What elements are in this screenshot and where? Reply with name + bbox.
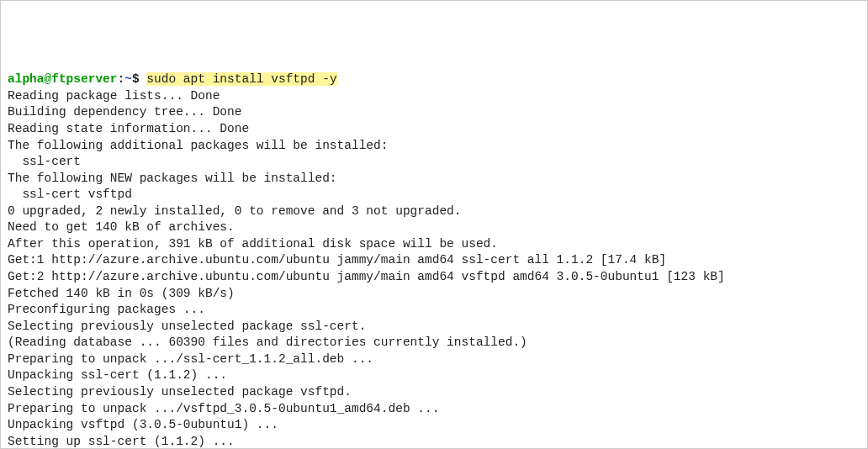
prompt-user-host: alpha@ftpserver [8,72,118,86]
output-line: The following NEW packages will be insta… [8,171,860,188]
output-line: Unpacking vsftpd (3.0.5-0ubuntu1) ... [8,417,860,434]
output-line: The following additional packages will b… [8,138,860,155]
output-line: After this operation, 391 kB of addition… [8,236,860,253]
output-line: Get:2 http://azure.archive.ubuntu.com/ub… [8,269,860,286]
output-line: (Reading database ... 60390 files and di… [8,335,860,351]
output-line: Need to get 140 kB of archives. [8,219,860,236]
output-line: 0 upgraded, 2 newly installed, 0 to remo… [8,203,860,220]
output-line: Reading state information... Done [8,121,860,138]
prompt-path: ~ [124,72,132,86]
output-line: Selecting previously unselected package … [8,319,860,335]
output-line: ssl-cert [8,154,860,171]
prompt-dollar: $ [132,72,140,86]
output-line: Building dependency tree... Done [8,104,860,121]
output-line: Selecting previously unselected package … [8,384,860,401]
output-line: Fetched 140 kB in 0s (309 kB/s) [8,286,860,303]
prompt-line[interactable]: alpha@ftpserver:~$ sudo apt install vsft… [8,71,860,88]
output-line: Reading package lists... Done [8,88,860,105]
prompt-separator: : [118,72,125,86]
output-line: Setting up ssl-cert (1.1.2) ... [8,434,860,449]
output-line: Preparing to unpack .../vsftpd_3.0.5-0ub… [8,401,860,418]
output-line: ssl-cert vsftpd [8,187,860,203]
output-line: Preconfiguring packages ... [8,302,860,319]
output-line: Preparing to unpack .../ssl-cert_1.1.2_a… [8,351,860,368]
output-line: Get:1 http://azure.archive.ubuntu.com/ub… [8,252,860,269]
command-text: sudo apt install vsftpd -y [146,72,336,86]
output-line: Unpacking ssl-cert (1.1.2) ... [8,367,860,384]
